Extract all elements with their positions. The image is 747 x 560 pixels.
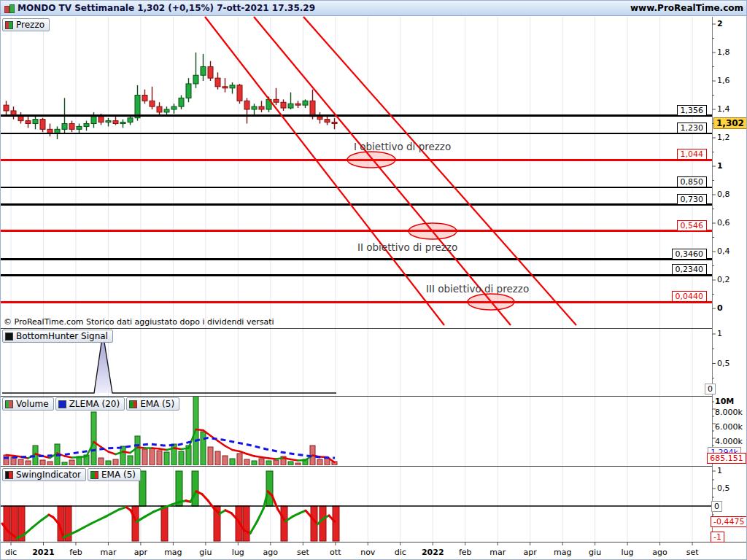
trend-line <box>205 17 444 325</box>
price-target-ellipse <box>347 152 395 168</box>
swing-legend-row: SwingIndicator EMA (5) <box>2 468 141 481</box>
legend-swingindicator[interactable]: SwingIndicator <box>2 468 86 481</box>
legend-prezzo-label: Prezzo <box>16 20 44 30</box>
ema-icon <box>90 471 98 479</box>
price-target-ellipse <box>468 294 514 310</box>
legend-volume-ema-label: EMA (5) <box>140 399 174 409</box>
trend-line <box>303 17 576 325</box>
prorealtime-chart-window: MONDO TV Settimanale 1,302 (+0,15%) 7-ot… <box>0 0 747 560</box>
legend-volume[interactable]: Volume <box>2 397 54 411</box>
legend-prezzo[interactable]: Prezzo <box>2 18 50 31</box>
volume-legend-row: Volume ZLEMA (20) EMA (5) <box>2 397 179 411</box>
price-panel <box>4 52 337 139</box>
legend-swingindicator-label: SwingIndicator <box>16 470 81 480</box>
swingindicator-icon <box>5 471 13 479</box>
legend-swing-ema-label: EMA (5) <box>101 470 136 480</box>
legend-volume-label: Volume <box>16 399 49 409</box>
legend-bottomhunter-label: BottomHunter Signal <box>16 331 108 341</box>
volume-icon <box>5 400 13 408</box>
zlema-icon <box>58 400 66 408</box>
price-series-icon <box>5 21 13 29</box>
legend-zlema[interactable]: ZLEMA (20) <box>55 397 125 411</box>
legend-swing-ema[interactable]: EMA (5) <box>88 468 141 481</box>
legend-volume-ema[interactable]: EMA (5) <box>126 397 179 411</box>
price-target-ellipse <box>409 223 457 239</box>
bottomhunter-icon <box>5 332 13 341</box>
legend-zlema-label: ZLEMA (20) <box>69 399 120 409</box>
swing-panel <box>1 471 712 541</box>
current-price-badge: 1,302 <box>713 117 747 129</box>
trend-line <box>254 17 511 325</box>
ema-icon <box>129 400 137 408</box>
copyright-note: © ProRealTime.com Storico dati aggiustat… <box>4 317 274 327</box>
legend-bottomhunter[interactable]: BottomHunter Signal <box>2 330 113 343</box>
